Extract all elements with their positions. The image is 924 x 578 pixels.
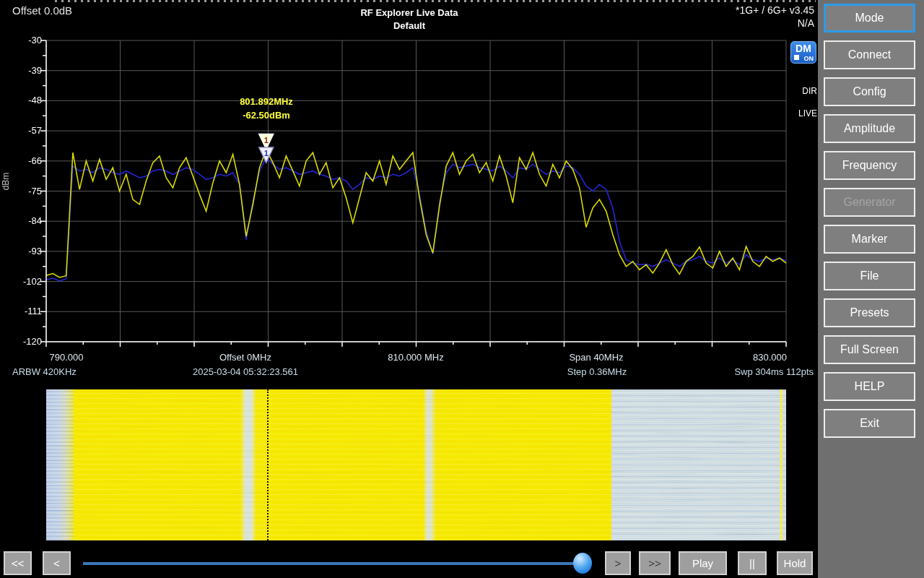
step-back-button[interactable]: < [43, 551, 71, 575]
step-label: Step 0.36MHz [546, 366, 648, 377]
sidebar-button-frequency[interactable]: Frequency [824, 151, 915, 180]
y-tick-label: -102 [4, 276, 42, 287]
sidebar-button-full-screen[interactable]: Full Screen [824, 335, 915, 364]
y-tick-label: -93 [4, 246, 42, 256]
sidebar-button-mode[interactable]: Mode [824, 4, 915, 33]
y-tick-label: -57 [4, 125, 42, 136]
dir-label: DIR [780, 86, 817, 96]
rewind-button[interactable]: << [4, 551, 32, 575]
hold-button[interactable]: Hold [777, 551, 813, 575]
playback-slider-fill [83, 562, 582, 565]
fast-forward-button[interactable]: >> [639, 551, 671, 575]
waterfall-noise-overlay [46, 389, 786, 540]
offset-db-label: Offset 0.0dB [12, 4, 72, 17]
x-label-span: Span 40MHz [546, 352, 647, 363]
timestamp-label: 2025-03-04 05:32:23.561 [173, 366, 318, 377]
y-tick-label: -120 [4, 336, 42, 347]
arbw-label: ARBW 420KHz [12, 366, 77, 377]
sidebar-button-marker[interactable]: Marker [824, 225, 915, 254]
marker-frequency-label: 801.892MHz [215, 96, 318, 107]
marker-amplitude-label: -62.50dBm [215, 110, 318, 121]
top-tick-strip [55, 0, 816, 2]
playback-slider-thumb[interactable] [573, 553, 592, 574]
x-label-offset: Offset 0MHz [195, 352, 296, 363]
sidebar-button-amplitude[interactable]: Amplitude [824, 114, 915, 143]
waterfall-marker-cursor-line [267, 389, 269, 540]
x-label-mid-freq: 810.000 MHz [365, 352, 466, 363]
live-label: LIVE [780, 108, 817, 118]
spectrum-plot[interactable]: 11 [35, 35, 791, 353]
y-tick-label: -84 [4, 215, 42, 226]
svg-text:1: 1 [264, 136, 269, 144]
dm-badge-square-icon [794, 55, 799, 60]
config-name-label: Default [301, 20, 518, 31]
play-button[interactable]: Play [679, 551, 727, 575]
sidebar-button-connect[interactable]: Connect [824, 40, 915, 69]
sidebar-button-exit[interactable]: Exit [824, 409, 915, 438]
page-title: RF Explorer Live Data [301, 7, 518, 18]
sidebar-button-file[interactable]: File [824, 262, 915, 290]
y-tick-label: -48 [4, 95, 42, 105]
waterfall-display [46, 389, 786, 540]
dm-badge-text: DM [791, 43, 816, 54]
y-axis-unit-label: dBm [1, 167, 11, 196]
y-tick-label: -30 [4, 35, 42, 46]
y-tick-label: -39 [4, 65, 42, 76]
y-tick-label: -66 [4, 155, 42, 166]
x-label-end-freq: 830.000 [722, 352, 787, 363]
x-label-start-freq: 790.000 [30, 352, 103, 363]
dm-on-badge[interactable]: DM ON [790, 41, 816, 64]
sidebar-button-generator[interactable]: Generator [824, 188, 915, 217]
y-tick-label: -111 [4, 306, 42, 316]
sidebar-button-presets[interactable]: Presets [824, 298, 915, 327]
sidebar-button-help[interactable]: HELP [824, 372, 915, 401]
dm-badge-state: ON [804, 55, 814, 62]
sidebar-button-config[interactable]: Config [824, 77, 915, 106]
pause-button[interactable]: || [738, 551, 767, 575]
sidebar-menu: ModeConnectConfigAmplitudeFrequencyGener… [818, 0, 924, 578]
sweep-label: Swp 304ms 112pts [705, 366, 814, 377]
device-model-label: *1G+ / 6G+ v3.45 [670, 4, 814, 16]
rf-explorer-window: Offset 0.0dB RF Explorer Live Data Defau… [0, 0, 924, 578]
step-forward-button[interactable]: > [605, 551, 631, 575]
svg-text:1: 1 [264, 149, 269, 158]
device-status-label: N/A [670, 17, 814, 29]
